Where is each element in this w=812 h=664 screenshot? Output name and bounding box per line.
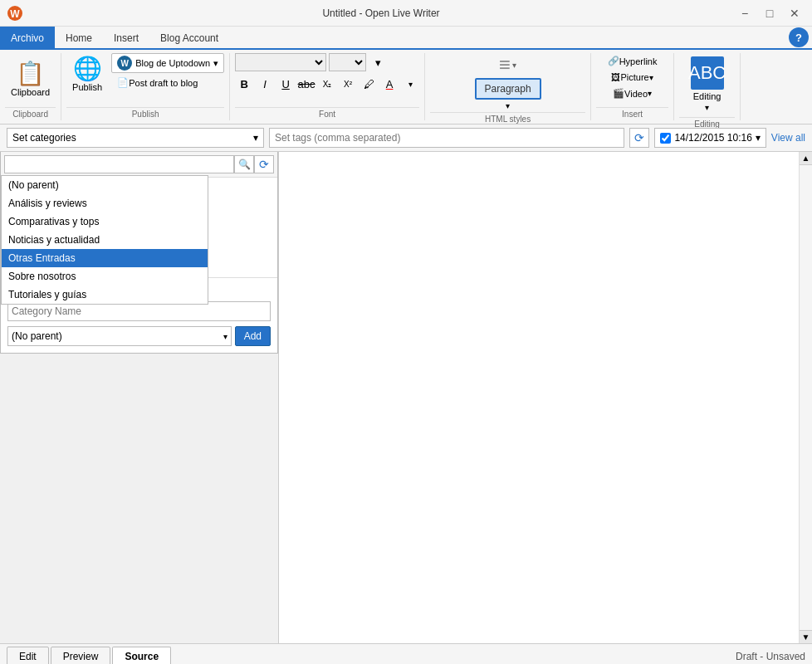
categories-refresh-button[interactable]: ⟳ bbox=[254, 155, 274, 173]
status-tab-source[interactable]: Source bbox=[112, 647, 171, 665]
clipboard-button[interactable]: 📋 Clipboard bbox=[5, 58, 56, 101]
strikethrough-button[interactable]: abc bbox=[297, 75, 316, 93]
ribbon-group-insert: 🔗 Hyperlink 🖼 Picture ▾ 🎬 Video ▾ Insert bbox=[591, 53, 674, 120]
categories-panel: 🔍 ⟳ Análisis y reviewsComparativas y top… bbox=[0, 152, 278, 354]
dropdown-item[interactable]: Comparativas y tops bbox=[2, 212, 208, 231]
editing-button[interactable]: ABC Editing ▾ bbox=[687, 53, 727, 115]
datetime-box: 14/12/2015 10:16 ▾ bbox=[654, 128, 766, 148]
font-selectors-row: ▾ bbox=[235, 53, 387, 71]
editing-label: Editing bbox=[693, 91, 722, 101]
scroll-down-button[interactable]: ▼ bbox=[800, 630, 812, 643]
video-arrow: ▾ bbox=[648, 89, 652, 98]
font-dropdown-btn[interactable]: ▾ bbox=[369, 53, 387, 71]
editor-scrollbar[interactable]: ▲ ▼ bbox=[799, 152, 812, 643]
editor-body[interactable] bbox=[279, 152, 799, 643]
subscript-button[interactable]: X₂ bbox=[318, 75, 336, 93]
blog-selector-arrow: ▾ bbox=[213, 58, 218, 69]
main-content: 🔍 ⟳ Análisis y reviewsComparativas y top… bbox=[0, 152, 812, 643]
video-label: Video bbox=[624, 89, 648, 99]
add-category-button[interactable]: Add bbox=[235, 326, 271, 346]
status-bar: EditPreviewSource Draft - Unsaved bbox=[0, 643, 812, 664]
datetime-checkbox[interactable] bbox=[660, 133, 671, 144]
status-tab-edit[interactable]: Edit bbox=[7, 647, 49, 665]
font-content: ▾ B I U abc X₂ X² 🖊 A ▾ bbox=[235, 53, 419, 105]
tags-input[interactable] bbox=[275, 132, 619, 144]
draft-icon: 📄 bbox=[117, 77, 129, 88]
status-tab-preview[interactable]: Preview bbox=[51, 647, 111, 665]
font-family-select[interactable] bbox=[235, 53, 326, 71]
categories-dropdown[interactable]: Set categories ▾ bbox=[7, 128, 264, 148]
font-color-arrow[interactable]: ▾ bbox=[401, 75, 419, 93]
editing-icon: ABC bbox=[691, 56, 724, 90]
parent-dropdown-list: (No parent)Análisis y reviewsComparativa… bbox=[1, 175, 208, 305]
categories-search-input[interactable] bbox=[4, 155, 234, 173]
title-bar: W Untitled - Open Live Writer − □ ✕ bbox=[0, 0, 812, 27]
font-size-select[interactable] bbox=[329, 53, 366, 71]
clipboard-icon: 📋 bbox=[16, 62, 45, 85]
paragraph-button[interactable]: Paragraph bbox=[475, 78, 541, 100]
clipboard-label: Clipboard bbox=[11, 87, 50, 97]
bold-button[interactable]: B bbox=[235, 75, 253, 93]
window-controls: − □ ✕ bbox=[734, 2, 805, 24]
dropdown-item[interactable]: Análisis y reviews bbox=[2, 194, 208, 212]
html-styles-content: ≡ ▾ Paragraph ▾ bbox=[475, 53, 541, 110]
datetime-arrow[interactable]: ▾ bbox=[756, 132, 761, 144]
font-color-button[interactable]: A bbox=[380, 75, 399, 93]
hyperlink-button[interactable]: 🔗 Hyperlink bbox=[602, 53, 663, 69]
tab-insert[interactable]: Insert bbox=[103, 27, 149, 48]
close-button[interactable]: ✕ bbox=[784, 2, 805, 24]
picture-button[interactable]: 🖼 Picture ▾ bbox=[605, 70, 658, 85]
hyperlink-label: Hyperlink bbox=[619, 56, 658, 66]
dropdown-item[interactable]: Noticias y actualidad bbox=[2, 231, 208, 249]
publish-button[interactable]: 🌐 Publish bbox=[66, 53, 108, 96]
categories-bar: Set categories ▾ ⟳ 14/12/2015 10:16 ▾ Vi… bbox=[0, 124, 812, 152]
categories-search-button[interactable]: 🔍 bbox=[234, 155, 254, 173]
hyperlink-icon: 🔗 bbox=[608, 56, 619, 66]
editing-content: ABC Editing ▾ bbox=[687, 53, 727, 115]
paragraph-arrow[interactable]: ▾ bbox=[506, 101, 510, 110]
dropdown-item[interactable]: (No parent) bbox=[2, 176, 208, 194]
post-draft-button[interactable]: 📄 Post draft to blog bbox=[111, 75, 224, 90]
maximize-button[interactable]: □ bbox=[759, 2, 780, 24]
highlight-button[interactable]: 🖊 bbox=[360, 75, 378, 93]
ribbon-group-editing: ABC Editing ▾ Editing bbox=[674, 53, 741, 120]
underline-button[interactable]: U bbox=[276, 75, 295, 93]
insert-content: 🔗 Hyperlink 🖼 Picture ▾ 🎬 Video ▾ bbox=[602, 53, 663, 105]
paragraph-large-wrapper: ≡ ▾ Paragraph ▾ bbox=[475, 53, 541, 110]
picture-arrow: ▾ bbox=[649, 73, 653, 82]
italic-button[interactable]: I bbox=[256, 75, 274, 93]
minimize-button[interactable]: − bbox=[734, 2, 756, 24]
ribbon-group-publish: 🌐 Publish W Blog de Uptodown ▾ 📄 Post dr… bbox=[61, 53, 230, 120]
editing-arrow: ▾ bbox=[705, 103, 709, 112]
ribbon-toolbar: 📋 Clipboard Clipboard 🌐 Publish W Blog d… bbox=[0, 50, 812, 124]
picture-label: Picture bbox=[620, 72, 648, 82]
view-all-link[interactable]: View all bbox=[771, 132, 805, 144]
superscript-button[interactable]: X² bbox=[339, 75, 357, 93]
tab-blog-account[interactable]: Blog Account bbox=[149, 27, 229, 48]
clipboard-content: 📋 Clipboard bbox=[5, 53, 56, 105]
add-category-row: (No parent)Análisis y reviewsComparativa… bbox=[7, 326, 271, 346]
parent-select-wrapper[interactable]: (No parent)Análisis y reviewsComparativa… bbox=[7, 326, 232, 346]
draft-label: Post draft to blog bbox=[129, 78, 198, 88]
blog-selector[interactable]: W Blog de Uptodown ▾ bbox=[111, 53, 224, 73]
video-button[interactable]: 🎬 Video ▾ bbox=[607, 85, 658, 101]
parent-select[interactable]: (No parent)Análisis y reviewsComparativa… bbox=[8, 327, 231, 345]
paragraph-lines-icon: ≡ bbox=[499, 53, 511, 76]
datetime-value: 14/12/2015 10:16 bbox=[674, 132, 751, 144]
dropdown-item[interactable]: Sobre nosotros bbox=[2, 267, 208, 286]
status-text: Draft - Unsaved bbox=[736, 651, 805, 662]
clipboard-group-label: Clipboard bbox=[5, 107, 56, 120]
ribbon-tab-bar: Archivo Home Insert Blog Account ? bbox=[0, 27, 812, 50]
ribbon-group-html-styles: ≡ ▾ Paragraph ▾ HTML styles bbox=[425, 53, 591, 120]
tags-refresh-button[interactable]: ⟳ bbox=[629, 128, 649, 148]
blog-name: Blog de Uptodown bbox=[135, 58, 210, 68]
help-button[interactable]: ? bbox=[789, 27, 809, 47]
tab-archivo[interactable]: Archivo bbox=[0, 27, 55, 48]
paragraph-icon-row: ≡ ▾ bbox=[499, 53, 516, 76]
tab-home[interactable]: Home bbox=[55, 27, 103, 48]
dropdown-item[interactable]: Otras Entradas bbox=[2, 249, 208, 267]
scroll-up-button[interactable]: ▲ bbox=[800, 152, 812, 165]
wordpress-icon: W bbox=[117, 56, 132, 71]
dropdown-item[interactable]: Tutoriales y guías bbox=[2, 286, 208, 304]
ribbon-group-font: ▾ B I U abc X₂ X² 🖊 A ▾ Font bbox=[230, 53, 425, 120]
